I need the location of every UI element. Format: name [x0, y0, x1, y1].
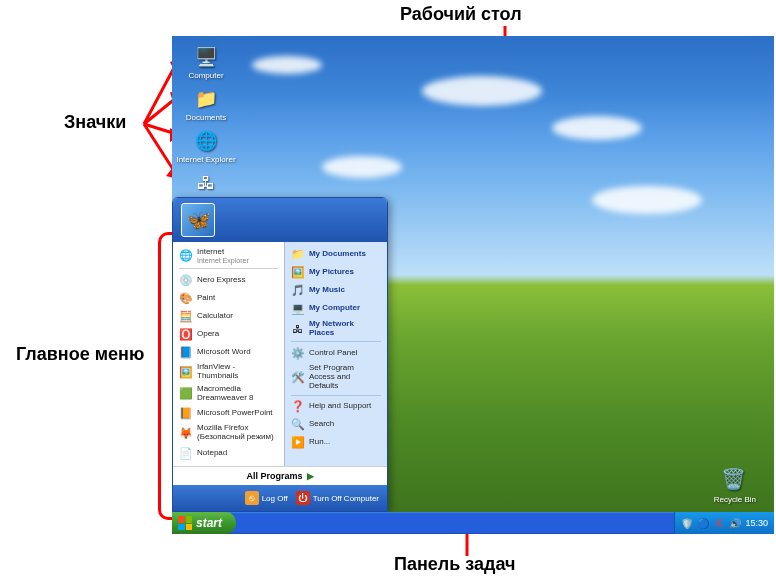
start-menu-item-label: My Music: [309, 286, 345, 295]
start-menu-header: 🦋: [173, 198, 387, 242]
separator: [291, 395, 381, 396]
cloud-decoration: [552, 116, 642, 140]
power-icon: ⏻: [296, 491, 310, 505]
start-menu-item-label: Search: [309, 420, 334, 429]
log-off-label: Log Off: [262, 494, 288, 503]
tray-icon[interactable]: K: [713, 517, 725, 529]
all-programs-label: All Programs: [246, 471, 302, 481]
turn-off-button[interactable]: ⏻ Turn Off Computer: [296, 491, 379, 505]
start-menu-item-internet[interactable]: 🌐InternetInternet Explorer: [175, 246, 282, 266]
start-menu-item-run[interactable]: ▶️Run...: [287, 434, 385, 452]
start-menu-item-microsoft-word[interactable]: 📘Microsoft Word: [175, 343, 282, 361]
log-off-icon: ⎋: [245, 491, 259, 505]
start-menu: 🦋 🌐InternetInternet Explorer💿Nero Expres…: [172, 197, 388, 512]
start-menu-item-label: My Pictures: [309, 268, 354, 277]
recycle-bin-icon: 🗑️: [721, 467, 749, 495]
my-pictures-icon: 🖼️: [291, 266, 305, 280]
start-button-label: start: [196, 516, 222, 530]
documents-icon: 📁: [193, 86, 219, 112]
start-menu-item-label: Macromedia Dreamweaver 8: [197, 385, 278, 403]
run-icon: ▶️: [291, 436, 305, 450]
start-menu-item-label: Paint: [197, 294, 215, 303]
start-menu-footer: ⎋ Log Off ⏻ Turn Off Computer: [173, 485, 387, 511]
separator: [291, 341, 381, 342]
start-menu-item-my-documents[interactable]: 📁My Documents: [287, 246, 385, 264]
tray-icon[interactable]: 🔊: [729, 517, 741, 529]
start-menu-item-label: Nero Express: [197, 276, 245, 285]
start-menu-item-calculator[interactable]: 🧮Calculator: [175, 307, 282, 325]
start-menu-item-powerpoint[interactable]: 📙Microsoft PowerPoint: [175, 404, 282, 422]
my-documents-icon: 📁: [291, 248, 305, 262]
windows-logo-icon: [178, 516, 192, 530]
control-panel-icon: ⚙️: [291, 346, 305, 360]
powerpoint-icon: 📙: [179, 406, 193, 420]
start-menu-item-nero-express[interactable]: 💿Nero Express: [175, 271, 282, 289]
start-menu-item-label: Help and Support: [309, 402, 371, 411]
start-menu-item-label: Microsoft PowerPoint: [197, 409, 273, 418]
start-menu-item-label: Mozilla Firefox (Безопасный режим): [197, 424, 278, 442]
internet-icon: 🌐: [179, 249, 193, 263]
desktop-icon-label: Internet Explorer: [176, 155, 235, 164]
start-menu-item-control-panel[interactable]: ⚙️Control Panel: [287, 344, 385, 362]
start-menu-item-my-music[interactable]: 🎵My Music: [287, 282, 385, 300]
start-menu-left-pane: 🌐InternetInternet Explorer💿Nero Express🎨…: [173, 242, 284, 466]
chevron-right-icon: ▶: [307, 471, 314, 481]
start-menu-item-paint[interactable]: 🎨Paint: [175, 289, 282, 307]
all-programs-button[interactable]: All Programs ▶: [173, 466, 387, 485]
start-button[interactable]: start: [172, 512, 236, 534]
desktop-icons-column: 🖥️Computer📁Documents🌐Internet Explorer🖧M…: [176, 44, 236, 215]
recycle-bin-label: Recycle Bin: [714, 495, 756, 504]
desktop-icon-internet-explorer[interactable]: 🌐Internet Explorer: [176, 128, 236, 164]
start-menu-item-label: My Network Places: [309, 320, 381, 338]
dreamweaver-icon: 🟩: [179, 387, 193, 401]
start-menu-item-label: Notepad: [197, 449, 227, 458]
start-menu-item-irfanview[interactable]: 🖼️IrfanView - Thumbnails: [175, 361, 282, 383]
calculator-icon: 🧮: [179, 309, 193, 323]
start-menu-item-opera[interactable]: 🅾️Opera: [175, 325, 282, 343]
my-music-icon: 🎵: [291, 284, 305, 298]
start-menu-item-label: Run...: [309, 438, 330, 447]
cloud-decoration: [592, 186, 702, 214]
brace-start-menu: [158, 232, 172, 520]
internet-explorer-icon: 🌐: [193, 128, 219, 154]
my-network-places-icon: 🖧: [291, 322, 305, 336]
tray-icon[interactable]: 🔵: [697, 517, 709, 529]
paint-icon: 🎨: [179, 291, 193, 305]
start-menu-item-my-computer[interactable]: 💻My Computer: [287, 300, 385, 318]
search-icon: 🔍: [291, 418, 305, 432]
start-menu-item-help-support[interactable]: ❓Help and Support: [287, 398, 385, 416]
cloud-decoration: [322, 156, 402, 178]
taskbar: start 🛡️ 🔵 K 🔊 15:30: [172, 512, 774, 534]
tray-icon[interactable]: 🛡️: [681, 517, 693, 529]
start-menu-item-search[interactable]: 🔍Search: [287, 416, 385, 434]
help-support-icon: ❓: [291, 400, 305, 414]
microsoft-word-icon: 📘: [179, 345, 193, 359]
start-menu-item-my-pictures[interactable]: 🖼️My Pictures: [287, 264, 385, 282]
start-menu-item-firefox[interactable]: 🦊Mozilla Firefox (Безопасный режим): [175, 422, 282, 444]
desktop-icon-computer[interactable]: 🖥️Computer: [176, 44, 236, 80]
recycle-bin[interactable]: 🗑️ Recycle Bin: [714, 467, 756, 504]
separator: [179, 268, 278, 269]
start-menu-right-pane: 📁My Documents🖼️My Pictures🎵My Music💻My C…: [284, 242, 387, 466]
firefox-icon: 🦊: [179, 426, 193, 440]
annotation-icons: Значки: [64, 112, 126, 133]
start-menu-item-my-network-places[interactable]: 🖧My Network Places: [287, 318, 385, 340]
cloud-decoration: [252, 56, 322, 74]
desktop-icon-label: Documents: [186, 113, 226, 122]
start-menu-item-notepad[interactable]: 📄Notepad: [175, 444, 282, 462]
start-menu-item-dreamweaver[interactable]: 🟩Macromedia Dreamweaver 8: [175, 383, 282, 405]
annotation-start-menu: Главное меню: [16, 344, 144, 365]
log-off-button[interactable]: ⎋ Log Off: [245, 491, 288, 505]
desktop-icon-documents[interactable]: 📁Documents: [176, 86, 236, 122]
system-tray[interactable]: 🛡️ 🔵 K 🔊 15:30: [674, 512, 774, 534]
desktop[interactable]: 🖥️Computer📁Documents🌐Internet Explorer🖧M…: [172, 36, 774, 534]
start-menu-item-label: Calculator: [197, 312, 233, 321]
start-menu-item-set-defaults[interactable]: 🛠️Set Program Access and Defaults: [287, 362, 385, 392]
nero-express-icon: 💿: [179, 273, 193, 287]
my-network-places-icon: 🖧: [193, 170, 219, 196]
start-menu-item-label: Microsoft Word: [197, 348, 251, 357]
my-computer-icon: 💻: [291, 302, 305, 316]
user-avatar-icon: 🦋: [181, 203, 215, 237]
desktop-icon-label: Computer: [188, 71, 223, 80]
clock[interactable]: 15:30: [745, 518, 768, 528]
